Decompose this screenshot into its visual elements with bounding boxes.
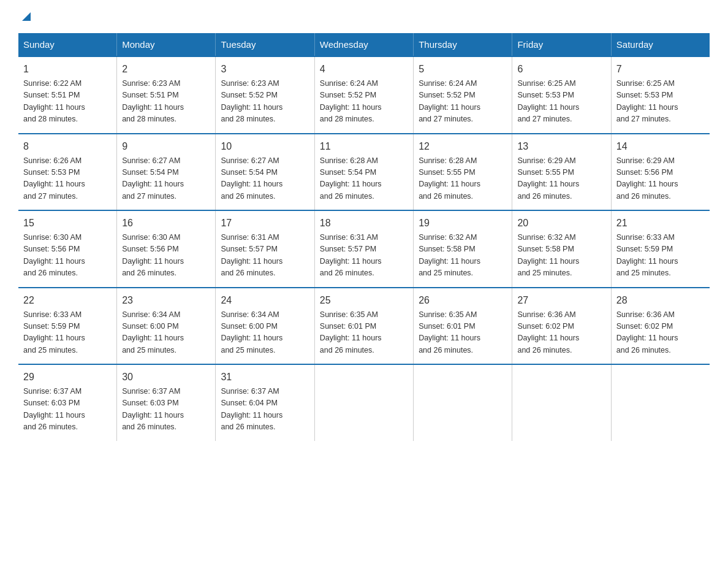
day-info: Sunrise: 6:22 AMSunset: 5:51 PMDaylight:…	[23, 78, 112, 126]
day-number: 23	[122, 293, 210, 308]
table-row: 16Sunrise: 6:30 AMSunset: 5:56 PMDayligh…	[117, 210, 216, 288]
day-number: 20	[517, 216, 605, 231]
day-info: Sunrise: 6:37 AMSunset: 6:03 PMDaylight:…	[23, 386, 112, 434]
table-row: 8Sunrise: 6:26 AMSunset: 5:53 PMDaylight…	[18, 134, 117, 211]
table-row: 23Sunrise: 6:34 AMSunset: 6:00 PMDayligh…	[117, 288, 216, 365]
table-row	[414, 364, 512, 441]
col-sunday: Sunday	[18, 33, 117, 56]
table-row: 27Sunrise: 6:36 AMSunset: 6:02 PMDayligh…	[512, 288, 611, 365]
table-row: 29Sunrise: 6:37 AMSunset: 6:03 PMDayligh…	[18, 364, 117, 441]
day-info: Sunrise: 6:32 AMSunset: 5:58 PMDaylight:…	[419, 232, 507, 280]
table-row: 18Sunrise: 6:31 AMSunset: 5:57 PMDayligh…	[314, 210, 413, 288]
table-row: 30Sunrise: 6:37 AMSunset: 6:03 PMDayligh…	[117, 364, 216, 441]
day-number: 28	[616, 293, 705, 308]
table-row: 28Sunrise: 6:36 AMSunset: 6:02 PMDayligh…	[611, 288, 710, 365]
table-row: 7Sunrise: 6:25 AMSunset: 5:53 PMDaylight…	[611, 56, 710, 134]
calendar-week-row: 15Sunrise: 6:30 AMSunset: 5:56 PMDayligh…	[18, 210, 710, 288]
day-info: Sunrise: 6:24 AMSunset: 5:52 PMDaylight:…	[320, 78, 408, 126]
day-info: Sunrise: 6:36 AMSunset: 6:02 PMDaylight:…	[616, 309, 705, 357]
col-friday: Friday	[512, 33, 611, 56]
day-info: Sunrise: 6:34 AMSunset: 6:00 PMDaylight:…	[221, 309, 309, 357]
calendar-week-row: 29Sunrise: 6:37 AMSunset: 6:03 PMDayligh…	[18, 364, 710, 441]
day-info: Sunrise: 6:27 AMSunset: 5:54 PMDaylight:…	[122, 155, 210, 203]
svg-marker-0	[22, 12, 31, 21]
day-number: 16	[122, 216, 210, 231]
day-number: 10	[221, 139, 309, 154]
day-info: Sunrise: 6:23 AMSunset: 5:51 PMDaylight:…	[122, 78, 210, 126]
day-info: Sunrise: 6:35 AMSunset: 6:01 PMDaylight:…	[320, 309, 408, 357]
table-row: 9Sunrise: 6:27 AMSunset: 5:54 PMDaylight…	[117, 134, 216, 211]
day-info: Sunrise: 6:25 AMSunset: 5:53 PMDaylight:…	[517, 78, 605, 126]
day-info: Sunrise: 6:36 AMSunset: 6:02 PMDaylight:…	[517, 309, 605, 357]
calendar-table: Sunday Monday Tuesday Wednesday Thursday…	[18, 33, 710, 441]
table-row	[512, 364, 611, 441]
logo-triangle-icon	[20, 10, 33, 23]
day-number: 1	[23, 62, 112, 77]
day-number: 25	[320, 293, 408, 308]
day-number: 27	[517, 293, 605, 308]
day-number: 3	[221, 62, 309, 77]
day-number: 7	[616, 62, 705, 77]
day-info: Sunrise: 6:33 AMSunset: 5:59 PMDaylight:…	[616, 232, 705, 280]
day-info: Sunrise: 6:29 AMSunset: 5:55 PMDaylight:…	[517, 155, 605, 203]
day-info: Sunrise: 6:37 AMSunset: 6:03 PMDaylight:…	[122, 386, 210, 434]
day-number: 14	[616, 139, 705, 154]
day-number: 26	[419, 293, 507, 308]
day-number: 2	[122, 62, 210, 77]
day-number: 4	[320, 62, 408, 77]
day-number: 24	[221, 293, 309, 308]
calendar-week-row: 22Sunrise: 6:33 AMSunset: 5:59 PMDayligh…	[18, 288, 710, 365]
day-number: 17	[221, 216, 309, 231]
logo	[18, 12, 33, 21]
day-info: Sunrise: 6:32 AMSunset: 5:58 PMDaylight:…	[517, 232, 605, 280]
table-row: 21Sunrise: 6:33 AMSunset: 5:59 PMDayligh…	[611, 210, 710, 288]
calendar-week-row: 8Sunrise: 6:26 AMSunset: 5:53 PMDaylight…	[18, 134, 710, 211]
day-info: Sunrise: 6:30 AMSunset: 5:56 PMDaylight:…	[23, 232, 112, 280]
day-info: Sunrise: 6:31 AMSunset: 5:57 PMDaylight:…	[320, 232, 408, 280]
calendar-week-row: 1Sunrise: 6:22 AMSunset: 5:51 PMDaylight…	[18, 56, 710, 134]
day-info: Sunrise: 6:34 AMSunset: 6:00 PMDaylight:…	[122, 309, 210, 357]
table-row: 22Sunrise: 6:33 AMSunset: 5:59 PMDayligh…	[18, 288, 117, 365]
table-row: 12Sunrise: 6:28 AMSunset: 5:55 PMDayligh…	[414, 134, 512, 211]
day-info: Sunrise: 6:35 AMSunset: 6:01 PMDaylight:…	[419, 309, 507, 357]
day-number: 8	[23, 139, 112, 154]
day-info: Sunrise: 6:33 AMSunset: 5:59 PMDaylight:…	[23, 309, 112, 357]
table-row: 1Sunrise: 6:22 AMSunset: 5:51 PMDaylight…	[18, 56, 117, 134]
col-saturday: Saturday	[611, 33, 710, 56]
table-row: 10Sunrise: 6:27 AMSunset: 5:54 PMDayligh…	[216, 134, 314, 211]
day-info: Sunrise: 6:28 AMSunset: 5:54 PMDaylight:…	[320, 155, 408, 203]
table-row: 4Sunrise: 6:24 AMSunset: 5:52 PMDaylight…	[314, 56, 413, 134]
col-tuesday: Tuesday	[216, 33, 314, 56]
day-number: 12	[419, 139, 507, 154]
day-info: Sunrise: 6:31 AMSunset: 5:57 PMDaylight:…	[221, 232, 309, 280]
day-number: 11	[320, 139, 408, 154]
table-row: 11Sunrise: 6:28 AMSunset: 5:54 PMDayligh…	[314, 134, 413, 211]
table-row: 3Sunrise: 6:23 AMSunset: 5:52 PMDaylight…	[216, 56, 314, 134]
day-number: 22	[23, 293, 112, 308]
table-row: 24Sunrise: 6:34 AMSunset: 6:00 PMDayligh…	[216, 288, 314, 365]
page-header	[18, 12, 710, 21]
col-monday: Monday	[117, 33, 216, 56]
table-row: 6Sunrise: 6:25 AMSunset: 5:53 PMDaylight…	[512, 56, 611, 134]
day-info: Sunrise: 6:25 AMSunset: 5:53 PMDaylight:…	[616, 78, 705, 126]
day-number: 21	[616, 216, 705, 231]
table-row: 15Sunrise: 6:30 AMSunset: 5:56 PMDayligh…	[18, 210, 117, 288]
day-info: Sunrise: 6:27 AMSunset: 5:54 PMDaylight:…	[221, 155, 309, 203]
day-number: 15	[23, 216, 112, 231]
col-thursday: Thursday	[414, 33, 512, 56]
day-info: Sunrise: 6:28 AMSunset: 5:55 PMDaylight:…	[419, 155, 507, 203]
calendar-header-row: Sunday Monday Tuesday Wednesday Thursday…	[18, 33, 710, 56]
table-row: 5Sunrise: 6:24 AMSunset: 5:52 PMDaylight…	[414, 56, 512, 134]
day-number: 19	[419, 216, 507, 231]
day-number: 13	[517, 139, 605, 154]
table-row: 19Sunrise: 6:32 AMSunset: 5:58 PMDayligh…	[414, 210, 512, 288]
day-number: 31	[221, 370, 309, 385]
day-number: 18	[320, 216, 408, 231]
table-row: 26Sunrise: 6:35 AMSunset: 6:01 PMDayligh…	[414, 288, 512, 365]
table-row	[611, 364, 710, 441]
day-number: 30	[122, 370, 210, 385]
day-info: Sunrise: 6:37 AMSunset: 6:04 PMDaylight:…	[221, 386, 309, 434]
day-info: Sunrise: 6:30 AMSunset: 5:56 PMDaylight:…	[122, 232, 210, 280]
table-row: 20Sunrise: 6:32 AMSunset: 5:58 PMDayligh…	[512, 210, 611, 288]
table-row: 17Sunrise: 6:31 AMSunset: 5:57 PMDayligh…	[216, 210, 314, 288]
